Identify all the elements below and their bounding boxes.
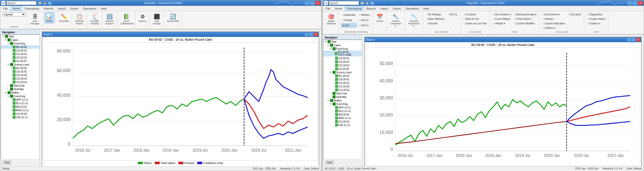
find-btn-left[interactable]: Find bbox=[2, 160, 12, 165]
tree-toggle[interactable]: ▼ bbox=[5, 39, 7, 41]
recalculate-btn[interactable]: 🔄 Recalculate bbox=[166, 12, 180, 23]
layout-input-right[interactable] bbox=[329, 1, 359, 5]
tree-item[interactable]: BU-20-02 bbox=[1, 45, 39, 49]
menu-import-right[interactable]: Import bbox=[378, 7, 390, 11]
tree-item[interactable]: CH-20-01 bbox=[1, 73, 39, 77]
dynamic-regression-btn[interactable]: 📉 DynamicRegression ▾ bbox=[407, 12, 421, 28]
tree-item[interactable]: ▼ Cakes bbox=[324, 43, 362, 47]
tree-item[interactable]: ▼ Food-King bbox=[1, 94, 39, 98]
menu-reports-right[interactable]: Reports bbox=[364, 7, 378, 11]
tree-item[interactable]: APP-12-11 bbox=[1, 98, 39, 101]
outliers-group-btn[interactable]: □Outliers ▾ bbox=[541, 26, 566, 30]
discrete-btn[interactable]: ○Discrete bbox=[425, 21, 446, 26]
tree-item[interactable]: LE-20-02 bbox=[1, 59, 39, 63]
graph-btn[interactable]: 📊 Graph bbox=[45, 12, 54, 23]
tree-item[interactable]: CH-20-02 bbox=[1, 112, 39, 116]
tree-item[interactable]: CIR-12-11 bbox=[1, 116, 39, 119]
same-last-year-btn[interactable]: □Same as Last Year bbox=[463, 21, 488, 26]
tree-item[interactable]: ▼ Food-King bbox=[324, 102, 362, 106]
discontinue-btn[interactable]: □Discontinue ▾ bbox=[541, 12, 566, 17]
menu-forecasting-right[interactable]: Forecasting bbox=[345, 6, 364, 11]
settings-icon-left[interactable]: ⊞ bbox=[48, 1, 52, 5]
tree-item[interactable]: CH-20-01 bbox=[1, 52, 39, 56]
tree-toggle[interactable]: ▼ bbox=[2, 35, 5, 38]
tree-toggle[interactable]: ▼ bbox=[7, 42, 10, 45]
menu-help-right[interactable]: Help bbox=[421, 7, 431, 11]
tree-item[interactable]: BRA-12-11 bbox=[324, 116, 362, 120]
tree-item[interactable]: CO-20-02 bbox=[1, 77, 39, 80]
save-icon-right[interactable]: 💾 bbox=[365, 1, 370, 5]
tree-toggle[interactable]: ▼ bbox=[7, 63, 10, 66]
np-nacl-btn[interactable]: ○NA-CL bbox=[447, 12, 459, 17]
tree-toggle[interactable]: + bbox=[330, 92, 332, 95]
tree-item[interactable]: BU-20-02 bbox=[324, 74, 362, 78]
tree-item[interactable]: + Stuff-Mat bbox=[324, 95, 362, 99]
tree-toggle[interactable]: ▼ bbox=[330, 103, 332, 105]
nacl2-btn[interactable]: ○NA-CL bbox=[358, 23, 371, 28]
menu-operations-right[interactable]: Operations bbox=[403, 7, 421, 11]
maximize-btn-right[interactable]: □ bbox=[632, 1, 637, 5]
tree-toggle[interactable]: ▼ bbox=[325, 40, 327, 43]
close-btn-right[interactable]: ✕ bbox=[638, 1, 643, 5]
indexes-btn[interactable]: □Indexes bbox=[541, 17, 566, 21]
tree-toggle[interactable]: ▼ bbox=[330, 71, 332, 74]
data-manager-btn[interactable]: 🗄 DataManager bbox=[29, 12, 41, 26]
tree-item[interactable]: ▼ Total bbox=[324, 40, 362, 43]
tree-item[interactable]: CO-20-01 bbox=[1, 56, 39, 59]
custom-component-btn[interactable]: 🔧 CustomComponent ▾ bbox=[388, 12, 403, 28]
tree-item[interactable]: ▼ Food-King bbox=[1, 42, 39, 45]
tree-item[interactable]: BLU-12-11 bbox=[324, 109, 362, 113]
options-btn[interactable]: ⚙ Options bbox=[137, 12, 148, 23]
tree-item[interactable]: CA-20-01 bbox=[1, 49, 39, 52]
tree-item[interactable]: + Sids-Club bbox=[1, 84, 39, 87]
graph-close-left[interactable]: ✕ bbox=[314, 33, 318, 36]
tree-item[interactable]: CO-20-01 bbox=[1, 80, 39, 84]
graph-minimize-left[interactable]: ─ bbox=[305, 33, 309, 36]
graph-maximize-right[interactable]: □ bbox=[632, 38, 636, 41]
winters-btn[interactable]: ○Winters bbox=[358, 12, 371, 17]
menu-import-left[interactable]: Import bbox=[56, 7, 68, 11]
menu-home-left[interactable]: Home bbox=[10, 6, 22, 11]
excel-btn[interactable]: 📗 ExcelCollaboration bbox=[119, 12, 134, 26]
bass-diffusion-btn[interactable]: ○Bass Diffusion bbox=[425, 17, 446, 21]
tree-toggle[interactable]: ▼ bbox=[330, 47, 332, 50]
custom-allocation-btn[interactable]: □Custom Allocation bbox=[541, 21, 566, 26]
menu-help-left[interactable]: Help bbox=[99, 7, 109, 11]
top-down-btn[interactable]: □Top down bbox=[567, 12, 583, 17]
crostons-btn[interactable]: □Crostons bbox=[463, 12, 488, 17]
menu-export-left[interactable]: Export bbox=[68, 7, 80, 11]
tree-item[interactable]: CIR-12-11 bbox=[324, 123, 362, 127]
by-analogy-btn[interactable]: ○By Analogy bbox=[425, 12, 446, 17]
tree-item[interactable]: BN-20-01 bbox=[1, 105, 39, 108]
weight-btn[interactable]: □Weight ▾ bbox=[492, 21, 512, 26]
tree-toggle[interactable]: ▼ bbox=[327, 99, 330, 102]
tree-toggle[interactable]: ▼ bbox=[327, 44, 330, 46]
tree-item[interactable]: BU-20-02 bbox=[1, 66, 39, 70]
minimize-btn-right[interactable]: ─ bbox=[627, 1, 632, 5]
tree-item[interactable]: ▼ Grocery-Land bbox=[324, 71, 362, 74]
graph-maximize-left[interactable]: □ bbox=[309, 33, 313, 36]
tree-item[interactable]: CO-20-01 bbox=[324, 64, 362, 67]
tree-item[interactable]: ▼ Total bbox=[1, 35, 39, 38]
tree-item[interactable]: ▼ Food-King bbox=[324, 47, 362, 50]
tree-item[interactable]: ▼ Grocery-Land bbox=[1, 63, 39, 66]
tree-item[interactable]: CO-20-02 bbox=[324, 85, 362, 88]
auto-arrange-btn[interactable]: ⬛ AutoArrange bbox=[151, 12, 162, 26]
tree-item[interactable]: CH-20-02 bbox=[324, 120, 362, 123]
overrides-btn[interactable]: ✏️ Overrides bbox=[58, 12, 70, 23]
tree-item[interactable]: BU-20-02 \CFIT+LINE bbox=[324, 50, 362, 56]
menu-home-right[interactable]: Home bbox=[333, 7, 344, 11]
tree-toggle[interactable]: + bbox=[7, 88, 10, 90]
graph-close-right[interactable]: ✕ bbox=[636, 38, 640, 41]
tree-toggle[interactable]: + bbox=[330, 96, 332, 98]
menu-export-right[interactable]: Export bbox=[391, 7, 403, 11]
tree-item[interactable]: CO-20-01 bbox=[324, 88, 362, 92]
expert-selection-btn[interactable]: 🎯 ExpertSelection bbox=[325, 12, 337, 26]
tree-item[interactable]: BN-20-01 bbox=[324, 113, 362, 116]
tree-item[interactable]: BRA-12-11 bbox=[1, 108, 39, 112]
custom-modifier-btn[interactable]: □Custom Modifier bbox=[513, 21, 538, 26]
folder-icon-left[interactable]: 📁 bbox=[37, 1, 42, 5]
outliers-tools-btn[interactable]: □Outliers ▾ bbox=[586, 21, 606, 26]
folder-icon-right[interactable]: 📁 bbox=[360, 1, 365, 5]
tree-item[interactable]: CH-20-01 bbox=[324, 81, 362, 85]
